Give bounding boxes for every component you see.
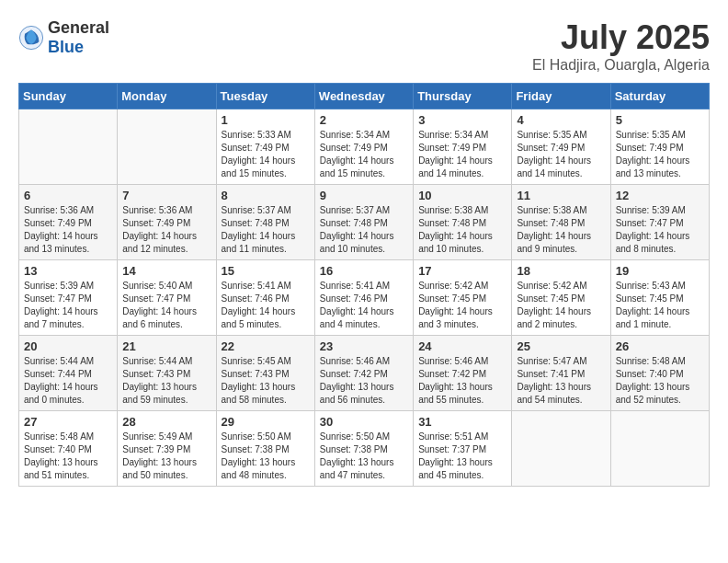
day-info: Sunrise: 5:50 AMSunset: 7:38 PMDaylight:… (320, 431, 408, 482)
day-number: 20 (24, 339, 112, 353)
calendar-cell: 29Sunrise: 5:50 AMSunset: 7:38 PMDayligh… (216, 411, 314, 487)
day-number: 17 (418, 264, 506, 278)
day-info: Sunrise: 5:39 AMSunset: 7:47 PMDaylight:… (616, 204, 704, 256)
logo-icon (18, 25, 44, 51)
calendar-cell: 15Sunrise: 5:41 AMSunset: 7:46 PMDayligh… (216, 260, 314, 336)
day-info: Sunrise: 5:38 AMSunset: 7:48 PMDaylight:… (517, 204, 605, 256)
calendar-table: SundayMondayTuesdayWednesdayThursdayFrid… (18, 83, 710, 487)
calendar-cell: 6Sunrise: 5:36 AMSunset: 7:49 PMDaylight… (19, 185, 118, 260)
calendar-cell: 4Sunrise: 5:35 AMSunset: 7:49 PMDaylight… (512, 109, 610, 185)
title-block: July 2025 El Hadjira, Ouargla, Algeria (532, 18, 710, 74)
month-year-title: July 2025 (532, 18, 710, 57)
calendar-cell: 25Sunrise: 5:47 AMSunset: 7:41 PMDayligh… (512, 336, 610, 411)
day-number: 14 (122, 264, 210, 278)
day-number: 15 (222, 264, 310, 278)
day-info: Sunrise: 5:37 AMSunset: 7:48 PMDaylight:… (222, 204, 310, 256)
calendar-cell: 21Sunrise: 5:44 AMSunset: 7:43 PMDayligh… (118, 336, 216, 411)
calendar-cell: 16Sunrise: 5:41 AMSunset: 7:46 PMDayligh… (314, 260, 413, 336)
calendar-cell: 1Sunrise: 5:33 AMSunset: 7:49 PMDaylight… (216, 109, 314, 185)
calendar-cell: 17Sunrise: 5:42 AMSunset: 7:45 PMDayligh… (414, 260, 512, 336)
day-number: 6 (24, 189, 112, 202)
calendar-cell: 27Sunrise: 5:48 AMSunset: 7:40 PMDayligh… (19, 411, 118, 487)
calendar-cell: 23Sunrise: 5:46 AMSunset: 7:42 PMDayligh… (314, 336, 413, 411)
calendar-cell: 20Sunrise: 5:44 AMSunset: 7:44 PMDayligh… (19, 336, 118, 411)
day-number: 8 (222, 189, 310, 202)
calendar-week-row: 13Sunrise: 5:39 AMSunset: 7:47 PMDayligh… (19, 260, 710, 336)
calendar-cell: 18Sunrise: 5:42 AMSunset: 7:45 PMDayligh… (512, 260, 610, 336)
page-header: General Blue July 2025 El Hadjira, Ouarg… (18, 18, 710, 74)
day-info: Sunrise: 5:35 AMSunset: 7:49 PMDaylight:… (616, 129, 704, 180)
weekday-header-row: SundayMondayTuesdayWednesdayThursdayFrid… (19, 84, 710, 109)
day-info: Sunrise: 5:36 AMSunset: 7:49 PMDaylight:… (122, 204, 210, 256)
calendar-cell: 7Sunrise: 5:36 AMSunset: 7:49 PMDaylight… (118, 185, 216, 260)
calendar-cell: 24Sunrise: 5:46 AMSunset: 7:42 PMDayligh… (414, 336, 512, 411)
day-number: 3 (418, 113, 506, 127)
weekday-header: Sunday (19, 84, 118, 109)
weekday-header: Tuesday (216, 84, 314, 109)
calendar-week-row: 1Sunrise: 5:33 AMSunset: 7:49 PMDaylight… (19, 109, 710, 185)
day-number: 12 (616, 189, 704, 202)
calendar-cell: 28Sunrise: 5:49 AMSunset: 7:39 PMDayligh… (118, 411, 216, 487)
day-info: Sunrise: 5:48 AMSunset: 7:40 PMDaylight:… (24, 431, 112, 482)
day-number: 30 (320, 415, 408, 429)
day-number: 27 (24, 415, 112, 429)
day-number: 25 (517, 339, 605, 353)
day-number: 2 (320, 113, 408, 127)
day-number: 16 (320, 264, 408, 278)
calendar-week-row: 6Sunrise: 5:36 AMSunset: 7:49 PMDaylight… (19, 185, 710, 260)
weekday-header: Wednesday (314, 84, 413, 109)
day-info: Sunrise: 5:41 AMSunset: 7:46 PMDaylight:… (320, 280, 408, 331)
weekday-header: Thursday (414, 84, 512, 109)
logo-general: General (48, 18, 109, 37)
day-number: 13 (24, 264, 112, 278)
day-info: Sunrise: 5:48 AMSunset: 7:40 PMDaylight:… (616, 355, 704, 407)
day-number: 19 (616, 264, 704, 278)
day-info: Sunrise: 5:50 AMSunset: 7:38 PMDaylight:… (222, 431, 310, 482)
day-info: Sunrise: 5:44 AMSunset: 7:43 PMDaylight:… (122, 355, 210, 407)
day-info: Sunrise: 5:46 AMSunset: 7:42 PMDaylight:… (320, 355, 408, 407)
day-info: Sunrise: 5:42 AMSunset: 7:45 PMDaylight:… (418, 280, 506, 331)
calendar-cell: 9Sunrise: 5:37 AMSunset: 7:48 PMDaylight… (314, 185, 413, 260)
day-number: 21 (122, 339, 210, 353)
day-info: Sunrise: 5:33 AMSunset: 7:49 PMDaylight:… (222, 129, 310, 180)
calendar-cell (118, 109, 216, 185)
calendar-cell: 8Sunrise: 5:37 AMSunset: 7:48 PMDaylight… (216, 185, 314, 260)
logo-text: General Blue (48, 18, 109, 57)
day-info: Sunrise: 5:51 AMSunset: 7:37 PMDaylight:… (418, 431, 506, 482)
calendar-cell: 12Sunrise: 5:39 AMSunset: 7:47 PMDayligh… (610, 185, 709, 260)
logo-blue: Blue (48, 38, 84, 56)
day-info: Sunrise: 5:42 AMSunset: 7:45 PMDaylight:… (517, 280, 605, 331)
day-info: Sunrise: 5:36 AMSunset: 7:49 PMDaylight:… (24, 204, 112, 256)
weekday-header: Friday (512, 84, 610, 109)
calendar-cell (19, 109, 118, 185)
day-info: Sunrise: 5:34 AMSunset: 7:49 PMDaylight:… (320, 129, 408, 180)
day-number: 26 (616, 339, 704, 353)
day-info: Sunrise: 5:46 AMSunset: 7:42 PMDaylight:… (418, 355, 506, 407)
calendar-cell: 2Sunrise: 5:34 AMSunset: 7:49 PMDaylight… (314, 109, 413, 185)
calendar-cell: 10Sunrise: 5:38 AMSunset: 7:48 PMDayligh… (414, 185, 512, 260)
day-info: Sunrise: 5:45 AMSunset: 7:43 PMDaylight:… (222, 355, 310, 407)
day-info: Sunrise: 5:40 AMSunset: 7:47 PMDaylight:… (122, 280, 210, 331)
day-number: 18 (517, 264, 605, 278)
calendar-cell (610, 411, 709, 487)
calendar-cell: 19Sunrise: 5:43 AMSunset: 7:45 PMDayligh… (610, 260, 709, 336)
calendar-cell: 26Sunrise: 5:48 AMSunset: 7:40 PMDayligh… (610, 336, 709, 411)
day-number: 29 (222, 415, 310, 429)
day-number: 11 (517, 189, 605, 202)
day-info: Sunrise: 5:41 AMSunset: 7:46 PMDaylight:… (222, 280, 310, 331)
calendar-cell: 11Sunrise: 5:38 AMSunset: 7:48 PMDayligh… (512, 185, 610, 260)
calendar-week-row: 20Sunrise: 5:44 AMSunset: 7:44 PMDayligh… (19, 336, 710, 411)
day-info: Sunrise: 5:44 AMSunset: 7:44 PMDaylight:… (24, 355, 112, 407)
location-subtitle: El Hadjira, Ouargla, Algeria (532, 57, 710, 74)
day-number: 31 (418, 415, 506, 429)
weekday-header: Monday (118, 84, 216, 109)
day-info: Sunrise: 5:38 AMSunset: 7:48 PMDaylight:… (418, 204, 506, 256)
day-info: Sunrise: 5:39 AMSunset: 7:47 PMDaylight:… (24, 280, 112, 331)
calendar-cell: 14Sunrise: 5:40 AMSunset: 7:47 PMDayligh… (118, 260, 216, 336)
day-number: 5 (616, 113, 704, 127)
day-info: Sunrise: 5:37 AMSunset: 7:48 PMDaylight:… (320, 204, 408, 256)
calendar-cell: 13Sunrise: 5:39 AMSunset: 7:47 PMDayligh… (19, 260, 118, 336)
calendar-cell: 30Sunrise: 5:50 AMSunset: 7:38 PMDayligh… (314, 411, 413, 487)
day-info: Sunrise: 5:49 AMSunset: 7:39 PMDaylight:… (122, 431, 210, 482)
calendar-cell (512, 411, 610, 487)
